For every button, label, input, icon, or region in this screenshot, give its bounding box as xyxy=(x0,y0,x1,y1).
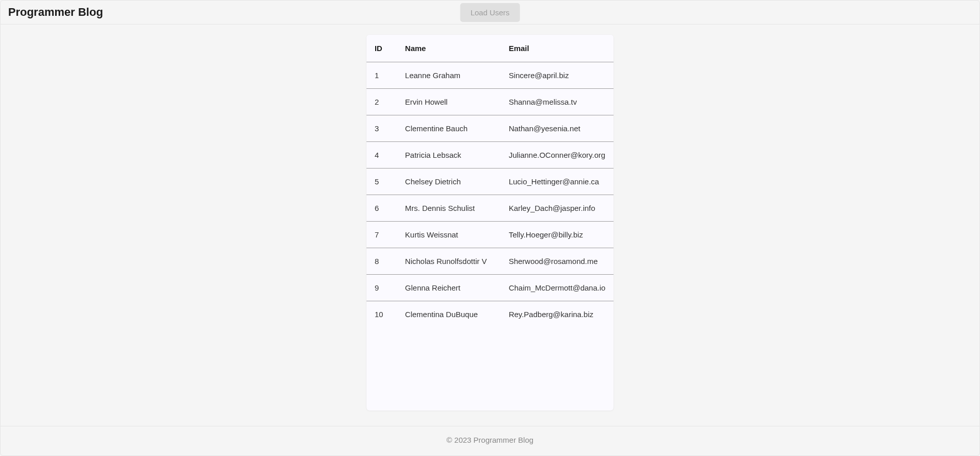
main-content: ID Name Email 1Leanne GrahamSincere@apri… xyxy=(1,25,979,426)
cell-id: 3 xyxy=(366,115,398,142)
table-row: 6Mrs. Dennis SchulistKarley_Dach@jasper.… xyxy=(366,195,614,222)
cell-email: Lucio_Hettinger@annie.ca xyxy=(501,169,614,195)
cell-name: Clementina DuBuque xyxy=(398,301,501,328)
table-header-email: Email xyxy=(501,35,614,62)
footer-text: © 2023 Programmer Blog xyxy=(447,436,533,444)
cell-id: 2 xyxy=(366,89,398,115)
cell-id: 10 xyxy=(366,301,398,328)
header: Programmer Blog Load Users xyxy=(1,1,979,25)
users-table: ID Name Email 1Leanne GrahamSincere@apri… xyxy=(366,35,614,327)
page-title: Programmer Blog xyxy=(8,6,103,19)
cell-email: Karley_Dach@jasper.info xyxy=(501,195,614,222)
cell-id: 9 xyxy=(366,275,398,301)
cell-id: 5 xyxy=(366,169,398,195)
table-row: 9Glenna ReichertChaim_McDermott@dana.io xyxy=(366,275,614,301)
cell-name: Mrs. Dennis Schulist xyxy=(398,195,501,222)
table-row: 4Patricia LebsackJulianne.OConner@kory.o… xyxy=(366,142,614,169)
footer: © 2023 Programmer Blog xyxy=(1,426,979,455)
table-row: 5Chelsey DietrichLucio_Hettinger@annie.c… xyxy=(366,169,614,195)
table-header-row: ID Name Email xyxy=(366,35,614,62)
cell-id: 4 xyxy=(366,142,398,169)
cell-name: Patricia Lebsack xyxy=(398,142,501,169)
cell-email: Chaim_McDermott@dana.io xyxy=(501,275,614,301)
cell-name: Kurtis Weissnat xyxy=(398,222,501,248)
table-row: 7Kurtis WeissnatTelly.Hoeger@billy.biz xyxy=(366,222,614,248)
cell-name: Nicholas Runolfsdottir V xyxy=(398,248,501,275)
cell-id: 6 xyxy=(366,195,398,222)
cell-email: Nathan@yesenia.net xyxy=(501,115,614,142)
table-row: 1Leanne GrahamSincere@april.biz xyxy=(366,62,614,89)
cell-name: Ervin Howell xyxy=(398,89,501,115)
cell-email: Rey.Padberg@karina.biz xyxy=(501,301,614,328)
cell-email: Shanna@melissa.tv xyxy=(501,89,614,115)
table-row: 8Nicholas Runolfsdottir VSherwood@rosamo… xyxy=(366,248,614,275)
cell-email: Sherwood@rosamond.me xyxy=(501,248,614,275)
cell-id: 7 xyxy=(366,222,398,248)
users-table-card: ID Name Email 1Leanne GrahamSincere@apri… xyxy=(366,35,614,411)
cell-email: Telly.Hoeger@billy.biz xyxy=(501,222,614,248)
table-header-id: ID xyxy=(366,35,398,62)
cell-name: Glenna Reichert xyxy=(398,275,501,301)
table-row: 3Clementine BauchNathan@yesenia.net xyxy=(366,115,614,142)
cell-name: Chelsey Dietrich xyxy=(398,169,501,195)
cell-email: Sincere@april.biz xyxy=(501,62,614,89)
cell-id: 8 xyxy=(366,248,398,275)
cell-email: Julianne.OConner@kory.org xyxy=(501,142,614,169)
table-row: 10Clementina DuBuqueRey.Padberg@karina.b… xyxy=(366,301,614,328)
load-users-button[interactable]: Load Users xyxy=(460,3,520,22)
cell-name: Leanne Graham xyxy=(398,62,501,89)
table-row: 2Ervin HowellShanna@melissa.tv xyxy=(366,89,614,115)
cell-id: 1 xyxy=(366,62,398,89)
table-header-name: Name xyxy=(398,35,501,62)
cell-name: Clementine Bauch xyxy=(398,115,501,142)
